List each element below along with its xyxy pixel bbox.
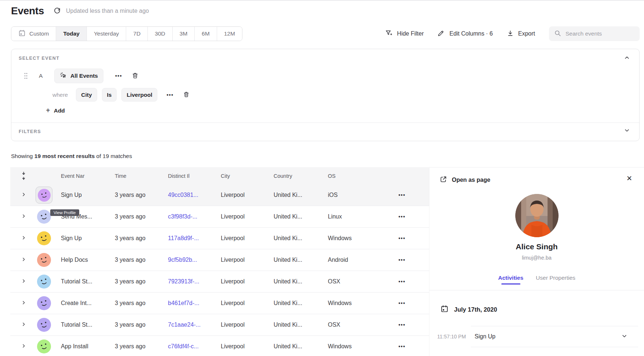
user-avatar[interactable] xyxy=(37,253,51,267)
range-12m[interactable]: 12M xyxy=(217,27,242,41)
table-row[interactable]: Sign Up3 years ago117a8d9f-...LiverpoolU… xyxy=(10,228,429,249)
property-chip[interactable]: City xyxy=(76,88,97,102)
value-chip[interactable]: Liverpool xyxy=(121,88,157,102)
row-expand-button[interactable] xyxy=(21,214,26,220)
refresh-button[interactable] xyxy=(54,7,61,15)
user-avatar[interactable] xyxy=(37,231,51,245)
country-cell: United Ki... xyxy=(274,235,328,242)
distinct-id-link[interactable]: 117a8d9f-... xyxy=(168,235,221,242)
user-avatar xyxy=(38,189,51,202)
row-expand-button[interactable] xyxy=(21,322,26,328)
collapse-section-button[interactable] xyxy=(624,55,630,62)
range-3m[interactable]: 3M xyxy=(172,27,195,41)
row-actions-button[interactable]: ••• xyxy=(395,257,409,263)
profile-photo xyxy=(515,194,559,237)
calendar-icon xyxy=(440,305,449,314)
activity-event-select[interactable]: Sign Up xyxy=(471,326,638,347)
user-avatar[interactable] xyxy=(37,296,51,310)
os-cell: Windows xyxy=(328,235,382,242)
event-selector-chip[interactable]: All Events xyxy=(54,69,103,83)
city-cell: Liverpool xyxy=(221,192,274,198)
add-event-button[interactable]: + Add xyxy=(46,106,65,115)
event-name-cell: Create Int... xyxy=(61,300,115,307)
chevron-right-icon xyxy=(21,300,26,306)
top-divider xyxy=(0,0,644,1)
export-button[interactable]: Export xyxy=(507,30,535,38)
row-actions-button[interactable]: ••• xyxy=(395,214,409,220)
collapse-all-rows-button[interactable] xyxy=(21,171,26,180)
event-delete-button[interactable] xyxy=(132,72,139,80)
distinct-id-link[interactable]: c3f98f3d-... xyxy=(168,213,221,220)
select-event-label: SELECT EVENT xyxy=(19,56,59,61)
table-row[interactable]: Help Docs3 years ago9cf5b92b...Liverpool… xyxy=(10,249,429,271)
operator-chip[interactable]: Is xyxy=(102,88,117,102)
row-expand-button[interactable] xyxy=(21,257,26,263)
range-today[interactable]: Today xyxy=(56,27,87,41)
range-7d[interactable]: 7D xyxy=(126,27,147,41)
user-avatar[interactable] xyxy=(37,210,51,224)
range-yesterday[interactable]: Yesterday xyxy=(87,27,126,41)
table-row[interactable]: Tutorial St...3 years ago7923913f-...Liv… xyxy=(10,271,429,293)
distinct-id-link[interactable]: c76fdf4f-c... xyxy=(168,343,221,350)
row-actions-button[interactable]: ••• xyxy=(395,300,409,306)
range-label: Today xyxy=(63,30,80,37)
distinct-id-link[interactable]: 49cc0381... xyxy=(168,192,221,198)
drag-handle[interactable] xyxy=(24,73,28,79)
chevron-down-icon xyxy=(624,129,630,134)
event-name-cell: Sign Up xyxy=(61,192,115,198)
search-box xyxy=(549,26,640,41)
time-cell: 3 years ago xyxy=(115,213,168,220)
row-expand-button[interactable] xyxy=(21,279,26,285)
table-row[interactable]: Create Int...3 years agob461ef7d-...Live… xyxy=(10,293,429,314)
row-actions-button[interactable]: ••• xyxy=(395,344,409,349)
os-cell: Windows xyxy=(328,300,382,307)
city-cell: Liverpool xyxy=(221,322,274,328)
search-events-input[interactable] xyxy=(566,30,634,37)
range-6m[interactable]: 6M xyxy=(194,27,217,41)
user-avatar[interactable] xyxy=(37,318,51,332)
updated-status: Updated less than a minute ago xyxy=(66,8,149,14)
row-actions-button[interactable]: ••• xyxy=(395,279,409,285)
row-expand-button[interactable] xyxy=(21,300,26,306)
profile-tabs: Activities User Properties xyxy=(429,275,644,285)
open-as-page-button[interactable]: Open as page xyxy=(440,176,490,184)
event-clause-row: A All Events ••• xyxy=(24,69,139,83)
where-label: where xyxy=(52,92,68,98)
distinct-id-link[interactable]: b461ef7d-... xyxy=(168,300,221,307)
chevron-up-icon xyxy=(624,56,630,62)
filter-more-button[interactable]: ••• xyxy=(167,92,173,98)
row-actions-button[interactable]: ••• xyxy=(395,235,409,241)
close-panel-button[interactable]: ✕ xyxy=(626,175,632,182)
distinct-id-link[interactable]: 7c1aae24-... xyxy=(168,322,221,328)
tab-activities[interactable]: Activities xyxy=(498,275,523,285)
distinct-id-link[interactable]: 9cf5b92b... xyxy=(168,257,221,263)
range-custom[interactable]: Custom xyxy=(11,27,56,41)
hide-filter-label: Hide Filter xyxy=(397,30,424,37)
row-expand-button[interactable] xyxy=(21,344,26,349)
city-cell: Liverpool xyxy=(221,213,274,220)
edit-columns-button[interactable]: Edit Columns · 6 xyxy=(438,29,493,38)
row-expand-button[interactable] xyxy=(21,192,26,198)
table-row[interactable]: App Install3 years agoc76fdf4f-c...Liver… xyxy=(10,336,429,356)
row-actions-button[interactable]: ••• xyxy=(395,192,409,198)
event-name-cell: Sign Up xyxy=(61,235,115,242)
chevron-right-icon xyxy=(21,257,26,263)
table-row[interactable]: Tutorial St...3 years ago7c1aae24-...Liv… xyxy=(10,314,429,336)
hide-filter-button[interactable]: Hide Filter xyxy=(385,29,424,38)
distinct-id-link[interactable]: 7923913f-... xyxy=(168,278,221,285)
filter-delete-button[interactable] xyxy=(183,91,190,99)
table-row[interactable]: Sign Up3 years ago49cc0381...LiverpoolUn… xyxy=(10,184,429,206)
tab-user-properties[interactable]: User Properties xyxy=(536,275,575,285)
user-avatar[interactable] xyxy=(37,275,51,289)
expand-filters-button[interactable] xyxy=(624,128,630,134)
all-events-icon xyxy=(60,72,67,80)
range-30d[interactable]: 30D xyxy=(147,27,172,41)
user-avatar-selected[interactable] xyxy=(36,187,52,203)
row-actions-button[interactable]: ••• xyxy=(395,322,409,328)
user-avatar[interactable] xyxy=(37,340,51,353)
toolbar-actions: Hide Filter Edit Columns · 6 Export xyxy=(385,26,640,41)
row-expand-button[interactable] xyxy=(21,235,26,241)
column-event-name: Event Nar xyxy=(61,173,115,179)
refresh-icon xyxy=(54,7,61,15)
event-more-button[interactable]: ••• xyxy=(115,73,122,79)
